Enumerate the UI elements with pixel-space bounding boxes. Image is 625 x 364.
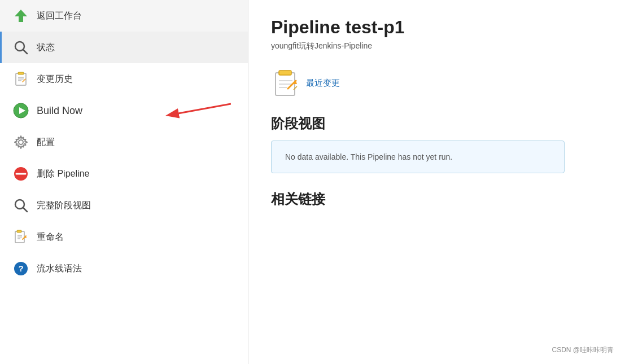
sidebar-item-full-stage[interactable]: 完整阶段视图 — [0, 190, 248, 221]
main-content: Pipeline test-p1 youngfit玩转Jenkins-Pipel… — [248, 0, 625, 364]
related-links-title: 相关链接 — [271, 190, 602, 208]
sidebar-item-build-now[interactable]: Build Now — [0, 95, 248, 126]
status-icon — [13, 40, 29, 55]
svg-rect-29 — [279, 71, 291, 75]
sidebar-item-status-label: 状态 — [37, 42, 55, 54]
recent-changes-section: 最近变更 — [271, 68, 602, 98]
sidebar-item-rename-label: 重命名 — [37, 231, 64, 243]
sidebar: 返回工作台 状态 变更历史 — [0, 0, 248, 364]
svg-rect-20 — [17, 230, 21, 233]
page-title: Pipeline test-p1 — [271, 17, 602, 38]
build-icon — [13, 103, 29, 119]
rename-icon — [13, 229, 29, 245]
sidebar-item-rename[interactable]: 重命名 — [0, 221, 248, 253]
sidebar-item-history[interactable]: 变更历史 — [0, 63, 248, 95]
sidebar-item-return[interactable]: 返回工作台 — [0, 0, 248, 32]
sidebar-item-build-now-label: Build Now — [37, 105, 82, 117]
full-stage-search-icon — [13, 198, 29, 213]
sidebar-item-configure[interactable]: 配置 — [0, 126, 248, 158]
svg-point-14 — [19, 140, 23, 144]
help-icon: ? — [13, 261, 29, 277]
sidebar-item-configure-label: 配置 — [37, 137, 55, 148]
red-arrow-annotation — [163, 98, 231, 123]
svg-line-18 — [23, 208, 27, 212]
pipeline-status-box: No data available. This Pipeline has not… — [271, 141, 565, 173]
svg-text:?: ? — [18, 264, 23, 273]
stage-view-title: 阶段视图 — [271, 115, 602, 133]
recent-changes-icon — [271, 68, 300, 98]
sidebar-item-full-stage-label: 完整阶段视图 — [37, 200, 91, 212]
sidebar-item-pipeline-syntax-label: 流水线语法 — [37, 263, 82, 275]
sidebar-item-delete[interactable]: 删除 Pipeline — [0, 158, 248, 190]
svg-marker-0 — [15, 10, 27, 22]
history-icon — [13, 71, 29, 87]
watermark: CSDN @哇咔咔明青 — [552, 345, 614, 355]
pipeline-empty-message: No data available. This Pipeline has not… — [285, 152, 452, 161]
sidebar-item-history-label: 变更历史 — [37, 73, 73, 85]
svg-rect-4 — [18, 72, 24, 74]
svg-line-13 — [169, 104, 231, 115]
delete-icon — [13, 166, 29, 182]
sidebar-item-return-label: 返回工作台 — [37, 10, 82, 22]
page-subtitle: youngfit玩转Jenkins-Pipeline — [271, 41, 602, 51]
sidebar-item-pipeline-syntax[interactable]: ? 流水线语法 — [0, 253, 248, 284]
recent-changes-link[interactable]: 最近变更 — [306, 78, 340, 89]
sidebar-item-status[interactable]: 状态 — [0, 32, 248, 63]
svg-line-2 — [23, 50, 27, 54]
return-icon — [13, 8, 29, 24]
sidebar-item-delete-label: 删除 Pipeline — [37, 168, 89, 180]
gear-icon — [13, 134, 29, 150]
